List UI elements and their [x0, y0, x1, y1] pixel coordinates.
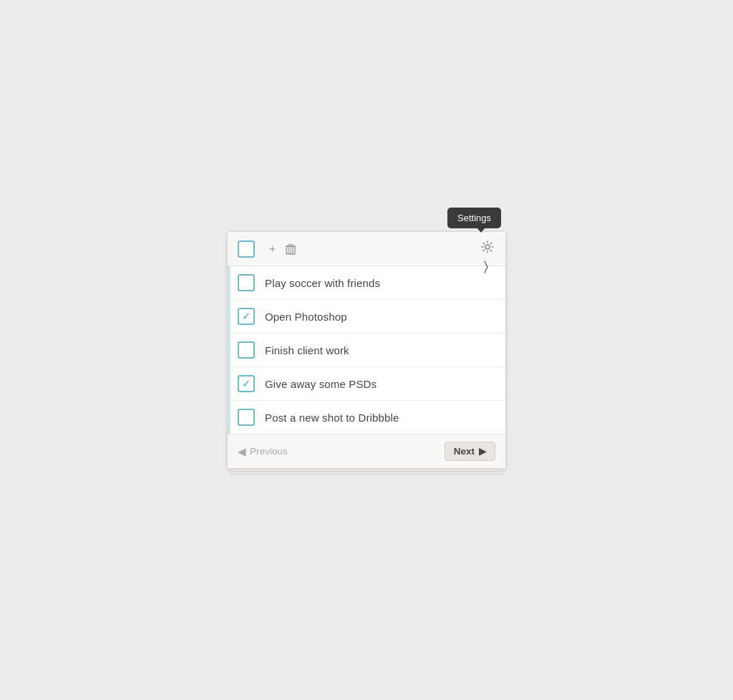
todo-widget: +: [227, 231, 506, 469]
task-checkbox-2[interactable]: ✓: [238, 308, 255, 325]
toolbar-icons: +: [268, 242, 297, 256]
settings-button[interactable]: [480, 239, 495, 258]
todo-card: +: [227, 231, 506, 469]
task-row: ✓ Give away some PSDs: [228, 367, 505, 401]
task-checkbox-3[interactable]: [238, 341, 255, 359]
gear-container: Settings 〉: [480, 239, 495, 258]
task-checkbox-1[interactable]: [238, 274, 255, 291]
tooltip-label: Settings: [457, 213, 491, 223]
add-button[interactable]: +: [268, 242, 277, 256]
left-accent-bar: [228, 266, 230, 434]
settings-tooltip: Settings: [447, 208, 501, 228]
task-row: Post a new shot to Dribbble: [228, 401, 505, 434]
card-footer: ◀ Previous Next ▶: [228, 434, 505, 468]
task-checkbox-4[interactable]: ✓: [238, 375, 255, 392]
next-arrow-icon: ▶: [479, 446, 486, 457]
toolbar: +: [228, 232, 505, 266]
task-label-2: Open Photoshop: [265, 311, 347, 323]
task-label-1: Play soccer with friends: [265, 277, 380, 289]
task-row: ✓ Open Photoshop: [228, 300, 505, 334]
next-label: Next: [454, 446, 475, 457]
checkmark-icon: ✓: [242, 311, 251, 321]
task-label-3: Finish client work: [265, 344, 349, 356]
master-checkbox[interactable]: [238, 240, 255, 258]
task-list-container: Play soccer with friends ✓ Open Photosho…: [228, 266, 505, 434]
task-row: Play soccer with friends: [228, 266, 505, 300]
previous-label: Previous: [250, 446, 288, 457]
checkmark-icon: ✓: [242, 379, 251, 389]
next-button[interactable]: Next ▶: [445, 442, 495, 461]
svg-point-6: [485, 245, 490, 249]
task-label-4: Give away some PSDs: [265, 378, 377, 390]
delete-button[interactable]: [284, 242, 297, 256]
task-row: Finish client work: [228, 334, 505, 367]
previous-arrow-icon: ◀: [238, 445, 246, 458]
toolbar-left: +: [238, 240, 297, 258]
task-label-5: Post a new shot to Dribbble: [265, 412, 399, 424]
previous-button[interactable]: ◀ Previous: [238, 445, 288, 458]
task-checkbox-5[interactable]: [238, 409, 255, 426]
